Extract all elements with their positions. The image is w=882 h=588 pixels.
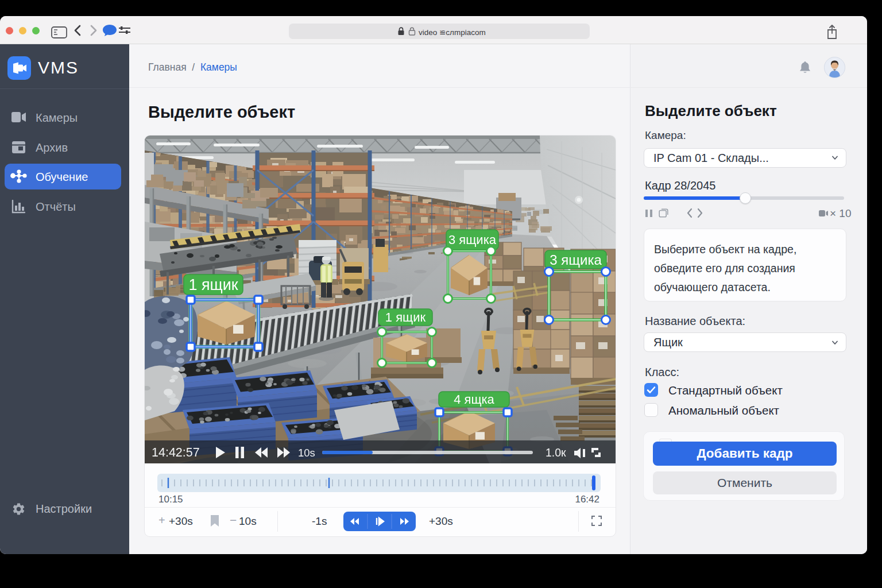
- svg-text:3 ящика: 3 ящика: [550, 252, 602, 268]
- svg-text:14:42:57: 14:42:57: [152, 446, 200, 459]
- svg-text:1 ящик: 1 ящик: [188, 276, 238, 293]
- svg-text:4 ящка: 4 ящка: [454, 392, 494, 407]
- svg-text:1 ящик: 1 ящик: [385, 310, 426, 324]
- svg-text:3 ящика: 3 ящика: [448, 233, 497, 247]
- svg-text:1.0к: 1.0к: [546, 446, 566, 459]
- svg-text:10s: 10s: [298, 447, 315, 459]
